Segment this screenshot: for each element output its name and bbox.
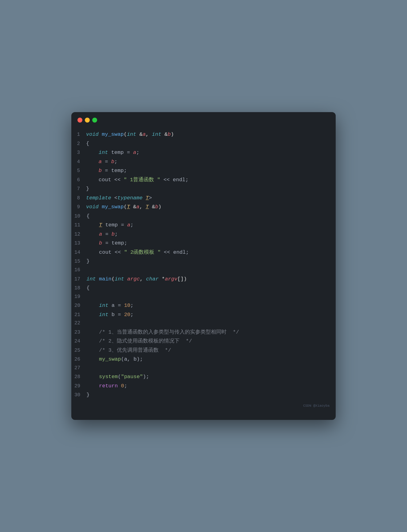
code-line: 27 (74, 364, 330, 373)
code-line: 8 template <typename T> (74, 194, 330, 203)
close-button[interactable] (77, 118, 82, 123)
code-window: 1 void my_swap(int &a, int &b) 2 { 3 int… (71, 112, 336, 420)
code-line: 6 cout << " 1普通函数 " << endl; (74, 175, 330, 185)
code-line: 29 return 0; (74, 381, 330, 391)
code-line: 9 void my_swap(T &a, T &b) (74, 202, 330, 212)
code-line: 10 { (74, 212, 330, 221)
code-line: 5 b = temp; (74, 166, 330, 175)
code-line: 13 b = temp; (74, 239, 330, 248)
code-line: 15 } (74, 257, 330, 266)
code-line: 22 (74, 319, 330, 328)
code-line: 21 int b = 20; (74, 310, 330, 319)
code-line: 18 { (74, 284, 330, 293)
minimize-button[interactable] (85, 118, 90, 123)
code-line: 16 (74, 266, 330, 275)
code-line: 1 void my_swap(int &a, int &b) (74, 130, 330, 139)
code-line: 4 a = b; (74, 157, 330, 166)
code-line: 19 (74, 293, 330, 301)
code-line: 7 } (74, 184, 330, 194)
code-line: 11 T temp = a; (74, 221, 330, 230)
code-line: 12 a = b; (74, 230, 330, 239)
maximize-button[interactable] (92, 118, 97, 123)
code-line: 23 /* 1、当普通函数的入参类型与传入的实参类型相同时 */ (74, 328, 330, 337)
code-line: 30 } (74, 390, 330, 400)
code-line: 20 int a = 10; (74, 301, 330, 310)
titlebar (71, 112, 336, 127)
code-line: 2 { (74, 139, 330, 148)
code-line: 25 /* 3、优先调用普通函数 */ (74, 346, 330, 355)
code-line: 14 cout << " 2函数模板 " << endl; (74, 248, 330, 257)
code-line: 26 my_swap(a, b); (74, 355, 330, 364)
code-editor: 1 void my_swap(int &a, int &b) 2 { 3 int… (71, 127, 336, 402)
code-line: 3 int temp = a; (74, 148, 330, 157)
code-line: 24 /* 2、隐式使用函数模板的情况下 */ (74, 337, 330, 346)
watermark: CSDN @Xiaoyba (71, 403, 336, 408)
code-line: 17 int main(int argc, char *argv[]) (74, 275, 330, 284)
code-line: 28 system("pause"); (74, 372, 330, 381)
